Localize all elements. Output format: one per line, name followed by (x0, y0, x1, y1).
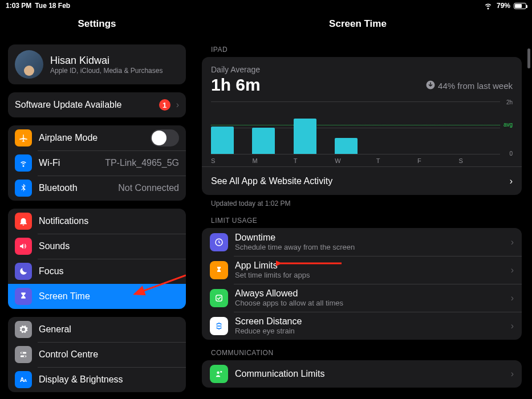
check-shield-icon (210, 289, 228, 307)
main-panel: Screen Time IPAD Daily Average 1h 6m 44%… (194, 11, 532, 399)
battery-icon (514, 3, 526, 9)
moon-icon (15, 263, 32, 280)
downtime-row[interactable]: DowntimeSchedule time away from the scre… (202, 228, 522, 256)
status-bar: 1:03 PM Tue 18 Feb 79% (0, 0, 532, 11)
control-centre-row[interactable]: Control Centre (8, 342, 186, 367)
chevron-right-icon: › (511, 321, 514, 331)
bluetooth-icon (15, 180, 32, 197)
arrow-down-icon (425, 80, 436, 92)
notifications-row[interactable]: Notifications (8, 209, 186, 234)
axis-top: 2h (506, 99, 513, 105)
communication-header: COMMUNICATION (211, 349, 522, 357)
profile-sub: Apple ID, iCloud, Media & Purchases (50, 67, 163, 75)
chevron-right-icon: › (176, 100, 179, 110)
airplane-toggle[interactable] (151, 129, 179, 146)
limit-usage-header: LIMIT USAGE (211, 217, 522, 225)
hourglass-icon (15, 288, 32, 305)
svg-rect-10 (216, 295, 222, 301)
chevron-right-icon: › (511, 293, 514, 303)
axis-bottom: 0 (509, 150, 513, 157)
scrollbar[interactable] (527, 48, 530, 68)
bluetooth-row[interactable]: Bluetooth Not Connected (8, 176, 186, 201)
sliders-icon (15, 346, 32, 363)
software-update-row[interactable]: Software Update Available 1 › (8, 92, 186, 117)
status-date: Tue 18 Feb (35, 2, 70, 10)
wifi-value: TP-Link_4965_5G (105, 158, 179, 168)
screen-time-row[interactable]: Screen Time (8, 284, 186, 309)
svg-text:A: A (24, 378, 27, 383)
airplane-mode-row[interactable]: Airplane Mode (8, 125, 186, 150)
distance-icon (210, 317, 228, 335)
bell-icon (15, 213, 32, 230)
profile-name: Hisan Kidwai (50, 55, 163, 67)
wifi-settings-icon (15, 154, 32, 172)
svg-point-4 (24, 356, 26, 357)
update-badge: 1 (159, 99, 170, 111)
svg-point-3 (21, 352, 23, 354)
device-label: IPAD (211, 46, 522, 54)
sidebar-title: Settings (8, 11, 186, 36)
person-bubble-icon (210, 365, 228, 383)
page-title: Screen Time (194, 11, 522, 36)
chevron-right-icon: › (511, 265, 514, 275)
always-allowed-row[interactable]: Always AllowedChoose apps to allow at al… (202, 284, 522, 312)
app-limits-row[interactable]: App LimitsSet time limits for apps › (202, 256, 522, 284)
apple-id-row[interactable]: Hisan Kidwai Apple ID, iCloud, Media & P… (8, 44, 186, 84)
status-time: 1:03 PM (6, 2, 31, 10)
general-row[interactable]: General (8, 317, 186, 342)
bluetooth-value: Not Connected (118, 183, 179, 193)
axis-avg: avg (503, 121, 513, 128)
svg-point-11 (217, 372, 220, 374)
hourglass-icon (210, 261, 228, 279)
svg-point-12 (220, 371, 222, 373)
see-all-activity-row[interactable]: See All App & Website Activity › (202, 166, 522, 195)
text-size-icon: AA (15, 371, 32, 388)
battery-pct: 79% (497, 2, 510, 10)
wifi-icon (483, 0, 493, 12)
speaker-icon (15, 238, 32, 255)
gear-icon (15, 321, 32, 338)
delta-text: 44% from last week (425, 80, 513, 92)
chevron-right-icon: › (510, 176, 513, 186)
chevron-right-icon: › (511, 369, 514, 379)
avatar (15, 50, 43, 79)
focus-row[interactable]: Focus (8, 259, 186, 284)
airplane-icon (15, 129, 32, 146)
daily-avg-label: Daily Average (211, 65, 513, 74)
usage-chart: 2h avg 0 SMTWTFS (211, 101, 513, 164)
communication-limits-row[interactable]: Communication Limits › (202, 360, 522, 388)
wifi-row[interactable]: Wi-Fi TP-Link_4965_5G (8, 150, 186, 176)
downtime-icon (210, 233, 228, 251)
sounds-row[interactable]: Sounds (8, 234, 186, 259)
chevron-right-icon: › (511, 237, 514, 247)
display-brightness-row[interactable]: AA Display & Brightness (8, 367, 186, 392)
updated-label: Updated today at 1:02 PM (211, 199, 522, 207)
screen-distance-row[interactable]: Screen DistanceReduce eye strain › (202, 312, 522, 340)
sidebar: Settings Hisan Kidwai Apple ID, iCloud, … (0, 11, 194, 399)
